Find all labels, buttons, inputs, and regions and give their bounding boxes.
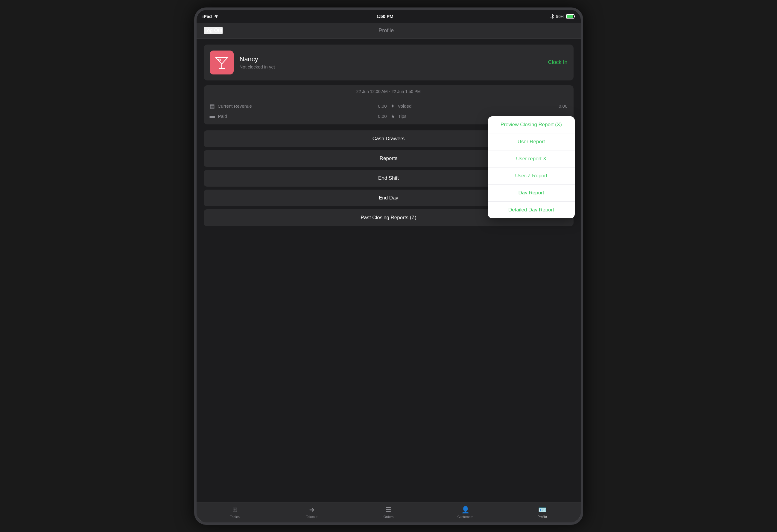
paid-item: ▬ Paid 0.00 bbox=[210, 113, 387, 120]
takeout-icon: ➜ bbox=[309, 506, 315, 514]
profile-info: Nancy Not clocked in yet bbox=[240, 55, 548, 70]
dropdown-item-preview-closing[interactable]: Preview Closing Report (X) bbox=[488, 116, 575, 133]
battery-icon bbox=[566, 14, 574, 18]
tables-label: Tables bbox=[230, 515, 240, 519]
ipad-frame: iPad 1:50 PM 96% Log Out Pro bbox=[194, 7, 583, 525]
logout-button[interactable]: Log Out bbox=[204, 27, 223, 34]
dropdown-item-day-report[interactable]: Day Report bbox=[488, 184, 575, 202]
device-model: iPad bbox=[203, 14, 212, 19]
paid-value: 0.00 bbox=[378, 114, 386, 119]
orders-label: Orders bbox=[383, 515, 394, 519]
wifi-icon bbox=[214, 14, 219, 18]
customers-icon: 👤 bbox=[461, 506, 469, 514]
voided-label: Voided bbox=[398, 104, 556, 109]
profile-status: Not clocked in yet bbox=[240, 64, 548, 70]
revenue-icon: ▤ bbox=[210, 103, 215, 110]
page-title: Profile bbox=[378, 27, 394, 34]
profile-name: Nancy bbox=[240, 55, 548, 63]
status-left: iPad bbox=[203, 14, 219, 19]
dropdown-item-user-z-report[interactable]: User-Z Report bbox=[488, 167, 575, 184]
date-range-text: 22 Jun 12:00 AM - 22 Jun 1:50 PM bbox=[356, 89, 421, 94]
clock-in-button[interactable]: Clock In bbox=[548, 59, 567, 65]
profile-tab-label: Profile bbox=[537, 515, 547, 519]
profile-icon: 🪪 bbox=[538, 506, 546, 514]
voided-item: ✦ Voided 0.00 bbox=[391, 103, 568, 110]
ipad-screen: iPad 1:50 PM 96% Log Out Pro bbox=[197, 10, 581, 522]
tab-tables[interactable]: ⊞ Tables bbox=[197, 506, 273, 519]
paid-label: Paid bbox=[218, 114, 375, 119]
dropdown-item-user-report[interactable]: User Report bbox=[488, 133, 575, 150]
reports-dropdown: Preview Closing Report (X) User Report U… bbox=[488, 116, 575, 218]
tables-icon: ⊞ bbox=[232, 506, 238, 514]
dropdown-item-user-report-x[interactable]: User report X bbox=[488, 150, 575, 167]
battery-fill bbox=[567, 15, 573, 18]
customers-label: Customers bbox=[457, 515, 473, 519]
date-range-bar: 22 Jun 12:00 AM - 22 Jun 1:50 PM bbox=[204, 85, 573, 98]
voided-value: 0.00 bbox=[559, 104, 567, 109]
orders-icon: ☰ bbox=[385, 506, 392, 514]
status-bar: iPad 1:50 PM 96% bbox=[197, 10, 581, 23]
tab-profile[interactable]: 🪪 Profile bbox=[504, 506, 581, 519]
status-right: 96% bbox=[551, 14, 574, 19]
tips-icon: ★ bbox=[391, 113, 395, 120]
bluetooth-icon bbox=[551, 14, 554, 19]
battery-percent: 96% bbox=[556, 14, 564, 19]
voided-icon: ✦ bbox=[391, 103, 395, 110]
avatar-icon bbox=[214, 55, 229, 70]
current-revenue-label: Current Revenue bbox=[218, 104, 375, 109]
nav-bar: Log Out Profile bbox=[197, 23, 581, 38]
tab-orders[interactable]: ☰ Orders bbox=[350, 506, 427, 519]
svg-point-2 bbox=[218, 59, 221, 61]
status-time: 1:50 PM bbox=[376, 14, 394, 19]
takeout-label: Takeout bbox=[306, 515, 317, 519]
tab-customers[interactable]: 👤 Customers bbox=[427, 506, 504, 519]
tab-takeout[interactable]: ➜ Takeout bbox=[273, 506, 350, 519]
current-revenue-value: 0.00 bbox=[378, 104, 386, 109]
tab-bar: ⊞ Tables ➜ Takeout ☰ Orders 👤 Customers … bbox=[197, 502, 581, 522]
volume-button[interactable] bbox=[194, 215, 195, 224]
dropdown-item-detailed-day-report[interactable]: Detailed Day Report bbox=[488, 202, 575, 218]
profile-card: Nancy Not clocked in yet Clock In bbox=[204, 44, 573, 81]
paid-icon: ▬ bbox=[210, 113, 215, 119]
current-revenue-item: ▤ Current Revenue 0.00 bbox=[210, 103, 387, 110]
avatar bbox=[210, 50, 234, 75]
power-button[interactable] bbox=[581, 240, 583, 255]
main-content: Nancy Not clocked in yet Clock In 22 Jun… bbox=[197, 38, 581, 502]
